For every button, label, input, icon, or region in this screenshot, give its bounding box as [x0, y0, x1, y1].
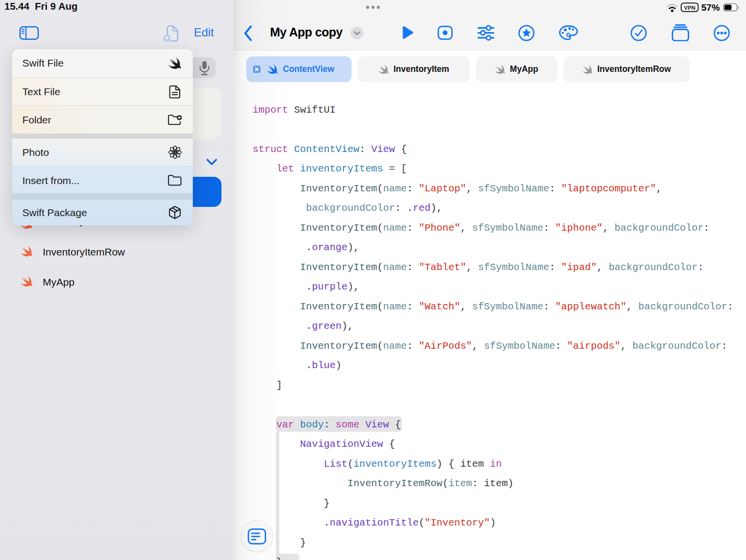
svg-text:VPN: VPN [684, 5, 695, 11]
svg-text:57%: 57% [701, 2, 720, 13]
